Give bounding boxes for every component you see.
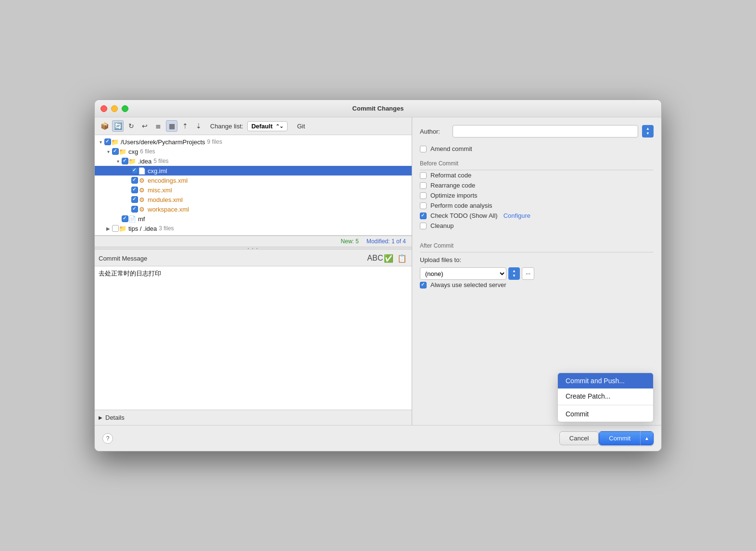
rearrange-code-checkbox[interactable] bbox=[420, 182, 427, 189]
amend-commit-label: Amend commit bbox=[430, 145, 472, 152]
author-label: Author: bbox=[420, 128, 449, 135]
git-tab[interactable]: Git bbox=[297, 123, 305, 130]
tips-folder-icon: 📁 bbox=[119, 225, 126, 232]
commit-message-section: Commit Message ABC ✅ 📋 去处正常时的日志打印 bbox=[95, 250, 412, 410]
commit-tool-icon[interactable]: ✅ bbox=[383, 252, 394, 264]
spinner-up-icon: ▲ bbox=[646, 127, 650, 131]
root-folder-icon: 📁 bbox=[111, 138, 119, 146]
tree-idea[interactable]: ▾ 📁 .idea 5 files bbox=[95, 156, 412, 166]
after-commit-title: After Commit bbox=[420, 242, 654, 252]
upload-select[interactable]: (none) bbox=[420, 267, 506, 280]
author-spinner[interactable]: ▲ ▼ bbox=[642, 125, 654, 138]
upload-spinner[interactable]: ▲ ▼ bbox=[508, 267, 520, 280]
file-tree: ▾ 📁 /Users/derek/PycharmProjects 9 files… bbox=[95, 135, 412, 236]
tree-tips[interactable]: ▶ 📁 tips / .idea 3 files bbox=[95, 224, 412, 233]
tips-checkbox[interactable] bbox=[112, 225, 119, 232]
change-list-label: Change list: bbox=[210, 123, 243, 130]
idea-file-count: 5 files bbox=[153, 158, 168, 164]
refresh-icon[interactable]: 🔄 bbox=[112, 120, 124, 132]
modules-file-icon: ⚙ bbox=[138, 196, 146, 203]
change-list-arrow: ⌃⌄ bbox=[276, 124, 283, 129]
always-use-server-checkbox[interactable] bbox=[420, 282, 427, 288]
window-controls bbox=[101, 105, 128, 112]
upload-spinner-up-icon: ▲ bbox=[512, 269, 516, 273]
cleanup-checkbox[interactable] bbox=[420, 223, 427, 229]
details-arrow-icon: ▶ bbox=[99, 415, 102, 420]
amend-commit-checkbox[interactable] bbox=[420, 146, 427, 152]
commit-item-label: Commit bbox=[566, 410, 589, 418]
create-patch-label: Create Patch... bbox=[566, 392, 610, 400]
sync-icon[interactable]: ↻ bbox=[126, 120, 137, 132]
configure-link[interactable]: Configure bbox=[504, 212, 530, 219]
collapse-icon[interactable]: ⇡ bbox=[179, 120, 191, 132]
commit-dropdown-arrow-icon: ▲ bbox=[644, 436, 649, 441]
tips-file-count: 3 files bbox=[159, 225, 174, 232]
encodings-checkbox[interactable] bbox=[131, 177, 138, 184]
author-input[interactable] bbox=[453, 125, 638, 138]
upload-more-button[interactable]: ··· bbox=[522, 267, 534, 280]
always-use-server-label: Always use selected server bbox=[430, 281, 506, 288]
history-icon[interactable]: 📋 bbox=[396, 252, 408, 264]
perform-analysis-row: Perform code analysis bbox=[420, 200, 654, 211]
commit-message-input[interactable]: 去处正常时的日志打印 bbox=[95, 266, 412, 410]
minimize-button[interactable] bbox=[111, 105, 118, 112]
tree-root[interactable]: ▾ 📁 /Users/derek/PycharmProjects 9 files bbox=[95, 137, 412, 147]
cleanup-label: Cleanup bbox=[430, 222, 454, 229]
perform-analysis-checkbox[interactable] bbox=[420, 202, 427, 209]
tree-modules[interactable]: ⚙ modules.xml bbox=[95, 195, 412, 204]
tree-encodings[interactable]: ⚙ encodings.xml bbox=[95, 175, 412, 185]
root-file-count: 9 files bbox=[207, 138, 222, 145]
status-modified: Modified: 1 of 4 bbox=[366, 238, 406, 245]
tree-cxg[interactable]: ▾ 📁 cxg 6 files bbox=[95, 147, 412, 156]
commit-button-group: Commit ▲ bbox=[599, 431, 654, 445]
misc-checkbox[interactable] bbox=[131, 187, 138, 193]
cxgiml-checkbox[interactable] bbox=[131, 167, 138, 174]
mf-file-icon: 📄 bbox=[128, 215, 136, 223]
spellcheck-icon[interactable]: ABC bbox=[369, 252, 381, 264]
workspace-name: workspace.xml bbox=[148, 206, 189, 213]
cxgiml-name: cxg.iml bbox=[148, 167, 167, 175]
check-todo-checkbox[interactable] bbox=[420, 213, 427, 219]
tree-workspace[interactable]: ⚙ workspace.xml bbox=[95, 204, 412, 214]
commit-item[interactable]: Commit bbox=[558, 406, 653, 422]
cancel-button[interactable]: Cancel bbox=[559, 431, 599, 445]
root-checkbox[interactable] bbox=[104, 138, 111, 145]
idea-checkbox[interactable] bbox=[122, 158, 128, 164]
help-button[interactable]: ? bbox=[102, 433, 113, 444]
reformat-code-label: Reformat code bbox=[430, 172, 471, 179]
root-expand-icon: ▾ bbox=[97, 138, 104, 146]
optimize-imports-checkbox[interactable] bbox=[420, 192, 427, 199]
commit-message-tools: ABC ✅ 📋 bbox=[369, 252, 408, 264]
create-patch-item[interactable]: Create Patch... bbox=[558, 388, 653, 404]
view-icon[interactable]: ▦ bbox=[166, 120, 177, 132]
diff-icon[interactable]: ≣ bbox=[152, 120, 164, 132]
undo-icon[interactable]: ↩ bbox=[139, 120, 151, 132]
window-body: 📦 🔄 ↻ ↩ ≣ ▦ ⇡ ⇣ Change list: Default ⌃⌄ … bbox=[95, 117, 661, 451]
tree-misc[interactable]: ⚙ misc.xml bbox=[95, 185, 412, 195]
close-button[interactable] bbox=[101, 105, 107, 112]
cxgiml-expand-icon bbox=[124, 167, 131, 175]
modules-checkbox[interactable] bbox=[131, 196, 138, 203]
always-use-server-row: Always use selected server bbox=[420, 280, 654, 290]
upload-files-label: Upload files to: bbox=[420, 256, 461, 263]
tree-cxgiml[interactable]: 📄 cxg.iml bbox=[95, 166, 412, 175]
commit-main-button[interactable]: Commit bbox=[599, 431, 640, 445]
tree-mf[interactable]: 📄 mf bbox=[95, 214, 412, 224]
expand-icon[interactable]: ⇣ bbox=[193, 120, 204, 132]
maximize-button[interactable] bbox=[122, 105, 128, 112]
commit-message-label: Commit Message bbox=[99, 255, 147, 262]
details-section[interactable]: ▶ Details bbox=[95, 410, 412, 425]
commit-dropdown-button[interactable]: ▲ bbox=[640, 431, 654, 445]
shelf-icon[interactable]: 📦 bbox=[99, 120, 110, 132]
perform-analysis-label: Perform code analysis bbox=[430, 202, 492, 209]
commit-and-push-item[interactable]: Commit and Push... bbox=[558, 373, 653, 388]
change-list-select[interactable]: Default ⌃⌄ bbox=[247, 121, 288, 131]
reformat-code-row: Reformat code bbox=[420, 170, 654, 180]
cxg-checkbox[interactable] bbox=[112, 148, 119, 155]
encodings-expand-icon bbox=[124, 176, 131, 184]
mf-checkbox[interactable] bbox=[122, 215, 128, 222]
workspace-checkbox[interactable] bbox=[131, 206, 138, 213]
reformat-code-checkbox[interactable] bbox=[420, 172, 427, 179]
status-new: New: 5 bbox=[341, 238, 359, 245]
optimize-imports-row: Optimize imports bbox=[420, 190, 654, 200]
